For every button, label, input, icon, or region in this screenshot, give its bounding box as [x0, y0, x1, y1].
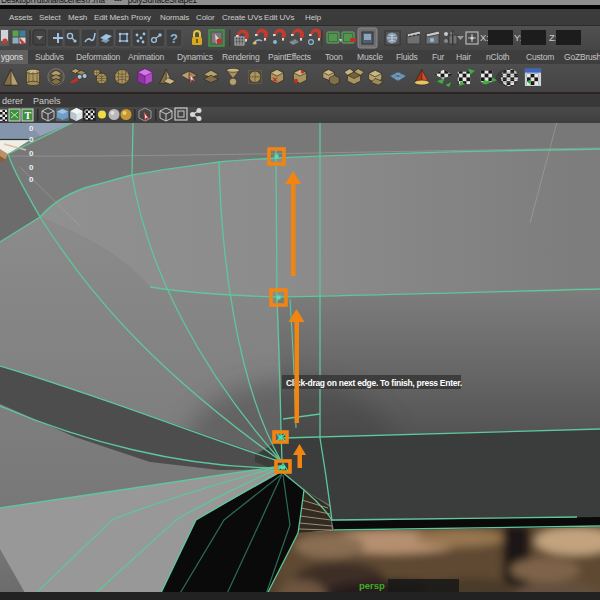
- svg-text:Click-drag on next edge. To fi: Click-drag on next edge. To finish, pres…: [286, 378, 462, 388]
- svg-text:persp: persp: [359, 580, 385, 591]
- svg-text:0: 0: [29, 175, 34, 184]
- svg-text:0: 0: [29, 163, 34, 172]
- svg-text:?: ?: [170, 31, 178, 46]
- svg-text:T: T: [25, 110, 32, 121]
- svg-text:0: 0: [29, 124, 34, 133]
- svg-text:X:: X:: [480, 32, 489, 43]
- svg-text:0: 0: [29, 149, 34, 158]
- svg-text:0: 0: [29, 135, 34, 144]
